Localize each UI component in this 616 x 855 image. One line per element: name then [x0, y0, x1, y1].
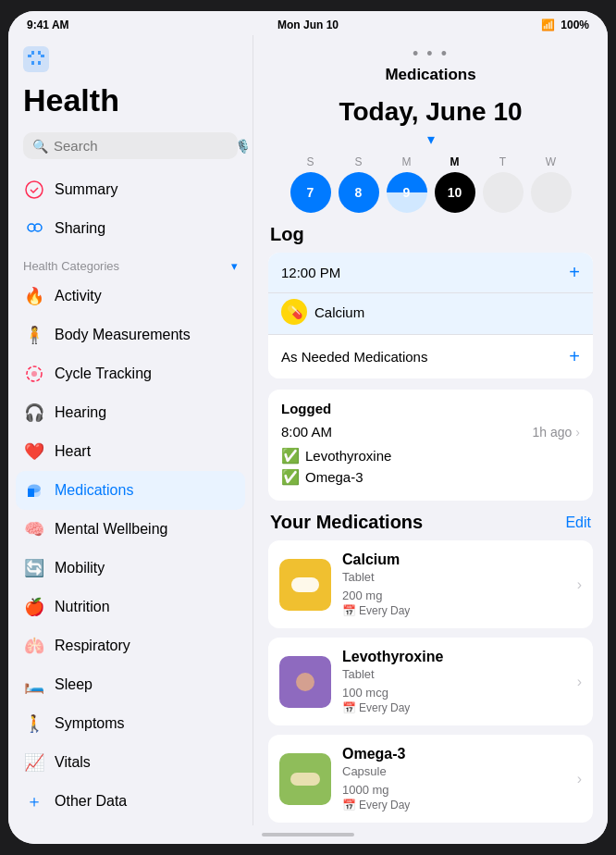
sidebar-header: Health: [8, 35, 253, 125]
sidebar-item-sleep[interactable]: 🛏️ Sleep: [8, 665, 253, 704]
logged-header-row: 8:00 AM 1h ago ›: [281, 424, 580, 440]
logged-section: Logged 8:00 AM 1h ago › ✅ Levothyroxine …: [268, 390, 593, 501]
vitals-icon: 📈: [23, 751, 45, 774]
status-right: 📶 100%: [541, 19, 589, 31]
levothyroxine-pill-shape: [296, 673, 314, 691]
home-indicator: [262, 833, 354, 836]
main-content: Health 🔍 🎙️ Summary: [8, 35, 608, 825]
log-calcium-row[interactable]: 💊 Calcium: [268, 293, 593, 334]
sidebar-item-vitals[interactable]: 📈 Vitals: [8, 743, 253, 782]
body-measurements-icon: 🧍: [23, 324, 45, 346]
calendar-icon-calcium: 📅: [342, 604, 356, 617]
logged-med-omega3: ✅ Omega-3: [281, 468, 580, 486]
as-needed-add-button[interactable]: +: [569, 346, 580, 367]
sidebar: Health 🔍 🎙️ Summary: [8, 35, 253, 825]
hearing-icon: 🎧: [23, 402, 45, 424]
dots-menu[interactable]: • • •: [272, 44, 589, 64]
logged-card: Logged 8:00 AM 1h ago › ✅ Levothyroxine …: [268, 390, 593, 501]
other-data-label: Other Data: [55, 793, 127, 810]
day-letter-s8: S: [354, 155, 362, 168]
sharing-icon: [23, 217, 45, 240]
log-add-button[interactable]: +: [569, 262, 580, 283]
mental-wellbeing-icon: 🧠: [23, 518, 45, 540]
day-item-t10[interactable]: M 10: [435, 155, 475, 213]
mobility-label: Mobility: [55, 560, 105, 576]
other-data-icon: ＋: [23, 790, 45, 812]
your-meds-header: Your Medications Edit: [268, 512, 593, 533]
panel-header: • • • Medications: [253, 35, 608, 90]
levothyroxine-card-type: Tablet 100 mcg: [342, 665, 566, 701]
calcium-card-type: Tablet 200 mg: [342, 568, 566, 604]
logged-ago-container[interactable]: 1h ago ›: [533, 425, 581, 440]
cycle-tracking-icon: [23, 363, 45, 385]
sidebar-item-medications[interactable]: Medications: [16, 471, 245, 510]
svg-point-4: [31, 371, 37, 377]
sidebar-item-respiratory[interactable]: 🫁 Respiratory: [8, 626, 253, 665]
right-panel: • • • Medications Today, June 10 ▾ S 7 S: [253, 35, 608, 825]
logged-time: 8:00 AM: [281, 424, 332, 440]
day-circle-w12: [531, 172, 572, 213]
sidebar-item-other-data[interactable]: ＋ Other Data: [8, 782, 253, 821]
day-item-s7[interactable]: S 7: [290, 155, 331, 213]
calcium-info: Calcium Tablet 200 mg 📅 Every Day: [342, 551, 566, 617]
health-app-icon: [23, 46, 238, 78]
sidebar-item-summary[interactable]: Summary: [8, 170, 253, 209]
log-time-row: 12:00 PM +: [268, 253, 593, 293]
med-card-calcium[interactable]: Calcium Tablet 200 mg 📅 Every Day ›: [268, 540, 593, 628]
med-card-levothyroxine[interactable]: Levothyroxine Tablet 100 mcg 📅 Every Day…: [268, 638, 593, 725]
logged-ago: 1h ago: [533, 425, 573, 440]
day-item-s8[interactable]: S 8: [339, 155, 379, 213]
omega3-pill-shape: [290, 773, 320, 786]
log-time-text: 12:00 PM: [281, 265, 340, 280]
day-item-w12[interactable]: W: [531, 155, 572, 213]
day-item-m9[interactable]: M 9: [387, 155, 427, 213]
omega3-thumbnail: [279, 753, 331, 805]
mic-icon[interactable]: 🎙️: [235, 139, 251, 154]
sidebar-item-mental-wellbeing[interactable]: 🧠 Mental Wellbeing: [8, 510, 253, 549]
search-bar[interactable]: 🔍 🎙️: [23, 132, 238, 159]
log-section: Log 12:00 PM + 💊 Calcium: [268, 224, 593, 378]
svg-point-7: [28, 485, 41, 493]
levothyroxine-chevron-icon: ›: [577, 674, 582, 690]
day-circle-s8: 8: [339, 172, 379, 213]
symptoms-label: Symptoms: [55, 715, 125, 732]
heart-label: Heart: [55, 443, 91, 460]
sidebar-item-heart[interactable]: ❤️ Heart: [8, 432, 253, 471]
calcium-name: Calcium: [314, 304, 364, 320]
logged-chevron-icon: ›: [575, 425, 580, 440]
hearing-label: Hearing: [55, 404, 106, 421]
wifi-icon: 📶: [541, 19, 555, 31]
sidebar-item-cycle-tracking[interactable]: Cycle Tracking: [8, 354, 253, 393]
sidebar-title: Health: [23, 83, 238, 118]
as-needed-label: As Needed Medications: [281, 349, 427, 365]
edit-button[interactable]: Edit: [565, 514, 591, 531]
calcium-chevron-icon: ›: [577, 576, 582, 593]
sidebar-item-symptoms[interactable]: 🚶 Symptoms: [8, 704, 253, 743]
sidebar-item-nutrition[interactable]: 🍎 Nutrition: [8, 588, 253, 626]
calcium-pill-icon: 💊: [281, 299, 307, 325]
day-num-m9: 9: [403, 185, 411, 200]
status-time: 9:41 AM: [27, 19, 69, 31]
bottom-bar: [8, 825, 608, 844]
sidebar-item-activity[interactable]: 🔥 Activity: [8, 277, 253, 316]
health-categories-chevron[interactable]: ▾: [231, 259, 238, 273]
levothyroxine-info: Levothyroxine Tablet 100 mcg 📅 Every Day: [342, 649, 566, 714]
levothyroxine-name: Levothyroxine: [305, 448, 391, 464]
med-card-omega3[interactable]: Omega-3 Capsule 1000 mg 📅 Every Day ›: [268, 735, 593, 823]
omega3-card-type: Capsule 1000 mg: [342, 762, 566, 799]
sidebar-item-sharing[interactable]: Sharing: [8, 209, 253, 248]
sidebar-item-hearing[interactable]: 🎧 Hearing: [8, 393, 253, 432]
health-categories-header: Health Categories ▾: [8, 248, 253, 277]
sidebar-item-mobility[interactable]: 🔄 Mobility: [8, 549, 253, 588]
check-icon-levothyroxine: ✅: [281, 447, 300, 465]
levothyroxine-card-name: Levothyroxine: [342, 649, 566, 665]
logged-label: Logged: [281, 401, 580, 416]
search-input[interactable]: [54, 138, 229, 154]
vitals-label: Vitals: [55, 754, 91, 771]
sidebar-item-body-measurements[interactable]: 🧍 Body Measurements: [8, 316, 253, 354]
sleep-icon: 🛏️: [23, 674, 45, 696]
calendar-icon-omega3: 📅: [342, 799, 356, 812]
day-item-t11[interactable]: T: [483, 155, 524, 213]
day-num-s7: 7: [307, 185, 314, 200]
omega3-card-name: Omega-3: [342, 746, 566, 762]
